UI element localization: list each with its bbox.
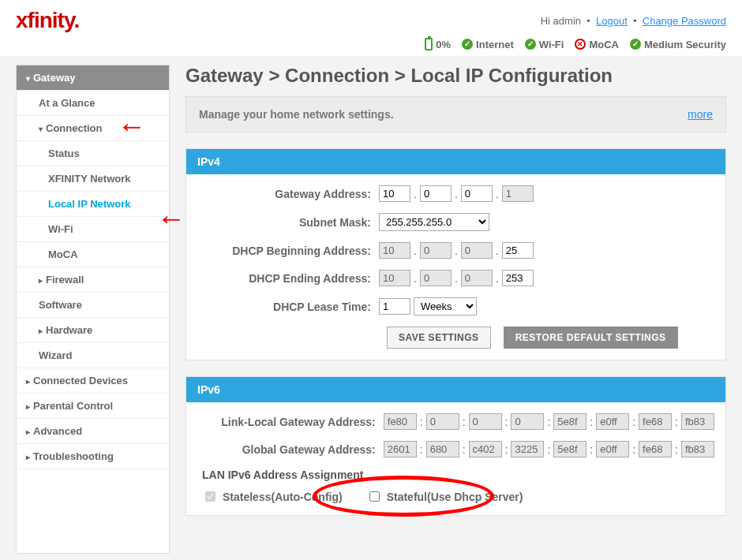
link-local-seg5	[553, 413, 586, 430]
page-header: xfinity. Hi admin • Logout • Change Pass…	[0, 0, 742, 57]
logout-link[interactable]: Logout	[596, 15, 628, 27]
change-password-link[interactable]: Change Password	[643, 15, 726, 27]
dhcp-begin-label: DHCP Beginning Address:	[197, 245, 379, 257]
stateless-checkbox	[205, 491, 215, 502]
link-local-seg1	[384, 413, 417, 430]
sidebar-item-advanced[interactable]: Advanced	[17, 419, 169, 444]
check-icon: ✓	[630, 39, 641, 50]
ipv4-panel: IPv4 Gateway Address: . . . Subnet Mask:	[186, 148, 726, 360]
ipv6-panel: IPv6 Link-Local Gateway Address: : : : :…	[186, 376, 726, 516]
global-gateway-label: Global Gateway Address:	[197, 443, 384, 456]
gateway-oct4-input	[502, 185, 534, 202]
sidebar-item-firewall[interactable]: Firewall	[17, 267, 169, 293]
dhcp-begin-oct1-input	[379, 242, 410, 259]
gateway-oct1-input[interactable]	[379, 185, 410, 202]
wifi-label: Wi-Fi	[539, 39, 564, 50]
check-icon: ✓	[525, 39, 536, 50]
subnet-mask-label: Subnet Mask:	[197, 216, 379, 229]
status-wifi: ✓ Wi-Fi	[525, 39, 564, 50]
sidebar-item-parental-control[interactable]: Parental Control	[17, 394, 169, 419]
dhcp-end-label: DHCP Ending Address:	[197, 272, 379, 285]
link-local-seg7	[639, 413, 672, 430]
status-row: 0% ✓ Internet ✓ Wi-Fi ✕ MoCA ✓ Medium Se…	[16, 33, 726, 52]
greeting-text: Hi admin	[541, 15, 581, 27]
global-seg4	[511, 441, 544, 457]
moca-label: MoCA	[589, 39, 619, 50]
battery-icon	[425, 38, 433, 50]
main-content: Gateway > Connection > Local IP Configur…	[186, 65, 726, 554]
sidebar-item-connection[interactable]: Connection	[17, 116, 169, 141]
global-seg2	[426, 441, 459, 457]
dhcp-lease-label: DHCP Lease Time:	[197, 301, 379, 313]
global-seg5	[553, 441, 586, 457]
global-seg1	[384, 441, 417, 457]
status-moca: ✕ MoCA	[575, 39, 619, 50]
security-label: Medium Security	[644, 39, 726, 50]
stateful-option[interactable]: Stateful(Use Dhcp Server)	[366, 489, 523, 504]
lan-ipv6-assignment-label: LAN IPv6 Address Assignment	[202, 469, 714, 481]
global-seg6	[596, 441, 629, 457]
status-battery: 0%	[425, 38, 451, 50]
sidebar-item-hardware[interactable]: Hardware	[17, 318, 169, 343]
sidebar-item-software[interactable]: Software	[17, 293, 169, 318]
stateful-label: Stateful(Use Dhcp Server)	[387, 491, 523, 503]
sidebar-item-at-a-glance[interactable]: At a Glance	[17, 91, 169, 116]
dhcp-end-oct4-input[interactable]	[502, 270, 534, 286]
dhcp-end-oct2-input	[420, 270, 452, 286]
more-link[interactable]: more	[688, 108, 713, 121]
dhcp-lease-unit-select[interactable]: Weeks	[414, 297, 477, 315]
battery-pct: 0%	[436, 39, 451, 50]
dhcp-lease-value-input[interactable]	[379, 298, 410, 315]
status-security: ✓ Medium Security	[630, 39, 726, 50]
link-local-seg4	[511, 413, 544, 430]
link-local-seg3	[469, 413, 502, 430]
sidebar-item-xfinity-network[interactable]: XFINITY Network	[17, 166, 169, 192]
sidebar-item-status[interactable]: Status	[17, 141, 169, 166]
ipv4-header: IPv4	[186, 149, 725, 174]
sidebar-item-troubleshooting[interactable]: Troubleshooting	[17, 444, 169, 469]
xfinity-logo: xfinity.	[16, 8, 79, 33]
link-local-label: Link-Local Gateway Address:	[197, 416, 384, 428]
link-local-seg2	[426, 413, 459, 430]
sidebar-item-moca[interactable]: MoCA	[17, 242, 169, 267]
save-settings-button[interactable]: SAVE SETTINGS	[387, 327, 491, 349]
check-icon: ✓	[462, 39, 473, 50]
sidebar-item-wifi[interactable]: Wi-Fi	[17, 217, 169, 242]
x-icon: ✕	[575, 39, 586, 50]
global-seg3	[469, 441, 502, 457]
stateless-option[interactable]: Stateless(Auto-Config)	[202, 489, 343, 504]
gateway-address-label: Gateway Address:	[197, 188, 379, 200]
gateway-oct2-input[interactable]	[420, 185, 452, 202]
page-title: Gateway > Connection > Local IP Configur…	[186, 65, 726, 87]
stateful-checkbox[interactable]	[369, 491, 380, 502]
link-local-seg6	[596, 413, 629, 430]
subnet-mask-select[interactable]: 255.255.255.0	[379, 213, 489, 231]
dhcp-begin-oct2-input	[420, 242, 452, 259]
dhcp-begin-oct4-input[interactable]	[502, 242, 534, 259]
dhcp-begin-oct3-input	[461, 242, 493, 259]
info-bar: Manage your home network settings. more	[186, 96, 726, 133]
sidebar-item-local-ip-network[interactable]: Local IP Network	[17, 192, 169, 217]
global-seg8	[681, 441, 714, 457]
internet-label: Internet	[476, 39, 514, 50]
ipv6-header: IPv6	[186, 377, 725, 402]
stateless-label: Stateless(Auto-Config)	[223, 491, 343, 503]
link-local-seg8	[681, 413, 714, 430]
top-links: Hi admin • Logout • Change Password	[541, 15, 726, 27]
dhcp-end-oct3-input	[461, 270, 493, 286]
sidebar-item-wizard[interactable]: Wizard	[17, 343, 169, 368]
info-text: Manage your home network settings.	[199, 108, 394, 121]
restore-default-button[interactable]: RESTORE DEFAULT SETTINGS	[504, 327, 678, 349]
dhcp-end-oct1-input	[379, 270, 410, 286]
status-internet: ✓ Internet	[462, 39, 514, 50]
sidebar-item-connected-devices[interactable]: Connected Devices	[17, 368, 169, 394]
sidebar-item-gateway[interactable]: Gateway	[17, 65, 169, 91]
gateway-oct3-input[interactable]	[461, 185, 493, 202]
global-seg7	[639, 441, 672, 457]
sidebar: Gateway At a Glance Connection Status XF…	[16, 65, 170, 554]
